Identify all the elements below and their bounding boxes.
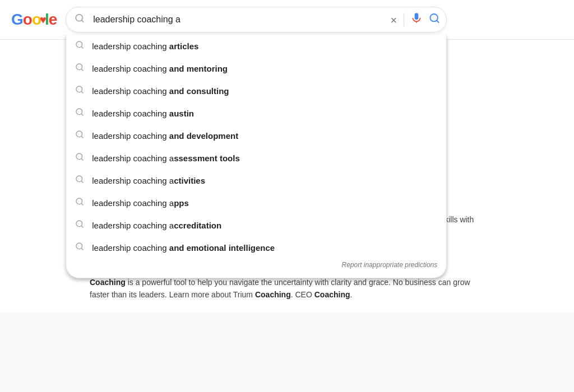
- suggestion-search-icon-2: [75, 85, 84, 96]
- suggestion-text-5: leadership coaching assessment tools: [92, 153, 239, 163]
- logo-o1: o: [23, 11, 32, 29]
- suggestions-dropdown: leadership coaching articles leadership …: [66, 35, 447, 278]
- logo-e: e: [49, 11, 57, 29]
- search-actions: ×: [391, 13, 441, 27]
- suggestion-item[interactable]: leadership coaching assessment tools: [66, 147, 446, 169]
- search-submit-icon[interactable]: [429, 13, 440, 27]
- suggestion-text-7: leadership coaching apps: [92, 198, 189, 208]
- suggestion-item[interactable]: leadership coaching and development: [66, 124, 446, 147]
- suggestion-search-icon-8: [75, 220, 84, 231]
- suggestion-text-9: leadership coaching and emotional intell…: [92, 243, 275, 253]
- suggestion-text-2: leadership coaching and consulting: [92, 86, 229, 96]
- suggestion-item[interactable]: leadership coaching austin: [66, 102, 446, 124]
- search-divider: [404, 13, 404, 26]
- clear-button[interactable]: ×: [391, 14, 397, 25]
- logo-g: G: [11, 11, 23, 29]
- suggestion-search-icon-6: [75, 175, 84, 186]
- mic-icon[interactable]: [411, 13, 422, 27]
- suggestion-text-3: leadership coaching austin: [92, 109, 194, 118]
- logo-l: l: [45, 11, 49, 29]
- suggestion-item[interactable]: leadership coaching articles: [66, 35, 446, 57]
- page-background: Goo♥le ×: [0, 0, 574, 392]
- suggestion-item[interactable]: leadership coaching accreditation: [66, 214, 446, 236]
- suggestion-item[interactable]: leadership coaching apps: [66, 192, 446, 214]
- search-wrapper: ×: [66, 7, 447, 32]
- report-inappropriate-link[interactable]: Report inappropriate predictions: [66, 259, 446, 273]
- suggestion-item[interactable]: leadership coaching and mentoring: [66, 57, 446, 80]
- search-input[interactable]: [66, 7, 447, 32]
- suggestion-search-icon-1: [75, 63, 84, 74]
- google-logo: Goo♥le: [11, 11, 57, 29]
- ad-description: Coaching is a powerful tool to help you …: [90, 276, 484, 301]
- suggestion-search-icon-5: [75, 152, 84, 164]
- suggestion-search-icon-3: [75, 108, 84, 119]
- suggestion-text-6: leadership coaching activities: [92, 176, 205, 185]
- suggestion-item[interactable]: leadership coaching activities: [66, 169, 446, 192]
- search-icon-left: [75, 13, 85, 26]
- suggestion-text-4: leadership coaching and development: [92, 131, 238, 141]
- suggestion-text-0: leadership coaching articles: [92, 41, 198, 51]
- suggestion-item[interactable]: leadership coaching and emotional intell…: [66, 236, 446, 259]
- suggestion-search-icon-0: [75, 40, 84, 52]
- suggestion-search-icon-7: [75, 197, 84, 208]
- suggestion-item[interactable]: leadership coaching and consulting: [66, 80, 446, 102]
- suggestion-search-icon-9: [75, 242, 84, 253]
- suggestion-search-icon-4: [75, 130, 84, 141]
- header: Goo♥le ×: [0, 0, 574, 40]
- suggestion-text-8: leadership coaching accreditation: [92, 221, 221, 230]
- suggestion-text-1: leadership coaching and mentoring: [92, 64, 228, 73]
